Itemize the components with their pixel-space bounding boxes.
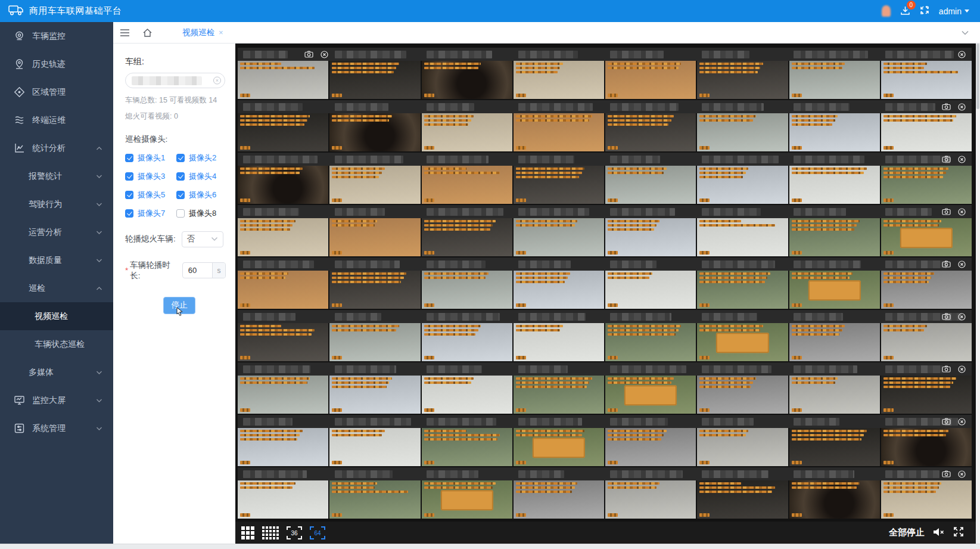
sidebar-item-1[interactable]: 车辆监控	[0, 22, 113, 50]
sidebar-item-3[interactable]: 区域管理	[0, 78, 113, 106]
video-cell-r9c8[interactable]	[881, 480, 972, 519]
video-cell-r6c5[interactable]	[605, 323, 696, 361]
scrollbar-thumb[interactable]	[976, 44, 979, 109]
stop-button[interactable]: 停止	[163, 297, 195, 314]
video-cell-r8c6[interactable]	[697, 428, 788, 466]
video-cell-r3c8[interactable]	[881, 166, 972, 204]
close-video-icon[interactable]	[958, 208, 966, 216]
video-cell-r7c2[interactable]	[329, 376, 420, 414]
close-video-icon[interactable]	[958, 260, 966, 268]
video-cell-r6c8[interactable]	[881, 323, 972, 361]
sidebar-item-10[interactable]: 巡检	[0, 274, 113, 302]
camera-checkbox-5[interactable]: 摄像头5	[125, 190, 176, 200]
snapshot-camera-icon[interactable]	[304, 51, 313, 58]
sidebar-item-13[interactable]: 多媒体	[0, 358, 113, 386]
layout-36-icon[interactable]: 36	[287, 526, 302, 540]
video-cell-r7c8[interactable]	[881, 376, 972, 414]
video-cell-r5c7[interactable]	[789, 271, 880, 309]
video-cell-r5c1[interactable]	[238, 271, 328, 309]
fullscreen-icon[interactable]	[920, 5, 929, 17]
video-cell-r9c1[interactable]	[238, 480, 328, 519]
video-cell-r5c6[interactable]	[697, 271, 788, 309]
video-cell-r1c1[interactable]	[238, 61, 328, 99]
video-cell-r5c8[interactable]	[881, 271, 972, 309]
video-cell-r1c8[interactable]	[881, 61, 972, 99]
video-cell-r6c6[interactable]	[697, 323, 788, 361]
sidebar-item-9[interactable]: 数据质量	[0, 246, 113, 274]
video-cell-r2c6[interactable]	[697, 113, 788, 151]
snapshot-camera-icon[interactable]	[942, 103, 951, 110]
video-cell-r3c1[interactable]	[238, 166, 328, 204]
video-cell-r2c5[interactable]	[605, 113, 696, 151]
tab-close-icon[interactable]: ×	[219, 28, 223, 37]
snapshot-camera-icon[interactable]	[942, 156, 951, 163]
video-cell-r8c2[interactable]	[329, 428, 420, 466]
sidebar-item-8[interactable]: 运营分析	[0, 218, 113, 246]
close-video-icon[interactable]	[958, 418, 966, 426]
camera-checkbox-8[interactable]: 摄像头8	[176, 208, 228, 219]
notification-bell-icon[interactable]	[882, 5, 891, 17]
video-cell-r8c1[interactable]	[238, 428, 328, 466]
vehicle-group-input[interactable]: ×	[125, 73, 225, 88]
sidebar-item-14[interactable]: 监控大屏	[0, 386, 113, 414]
video-cell-r3c6[interactable]	[697, 166, 788, 204]
video-cell-r9c4[interactable]	[514, 480, 604, 519]
video-cell-r7c1[interactable]	[238, 376, 328, 414]
video-cell-r8c7[interactable]	[789, 428, 880, 466]
video-cell-r7c7[interactable]	[789, 376, 880, 414]
video-cell-r3c4[interactable]	[514, 166, 604, 204]
video-cell-r6c2[interactable]	[329, 323, 420, 361]
sidebar-item-11[interactable]: 视频巡检	[0, 302, 113, 330]
sidebar-item-4[interactable]: 终端运维	[0, 106, 113, 134]
camera-checkbox-2[interactable]: 摄像头2	[176, 153, 228, 163]
video-cell-r1c7[interactable]	[789, 61, 880, 99]
snapshot-camera-icon[interactable]	[942, 470, 951, 477]
close-video-icon[interactable]	[321, 51, 328, 58]
expand-fullscreen-icon[interactable]	[953, 526, 964, 539]
video-cell-r4c2[interactable]	[329, 218, 420, 256]
snapshot-camera-icon[interactable]	[942, 313, 951, 320]
video-cell-r4c5[interactable]	[605, 218, 696, 256]
mute-icon[interactable]	[933, 527, 945, 539]
download-icon[interactable]: 0	[900, 5, 910, 17]
snapshot-camera-icon[interactable]	[942, 208, 951, 215]
layout-9-grid-icon[interactable]	[241, 526, 254, 539]
video-cell-r2c4[interactable]	[514, 113, 604, 151]
video-cell-r1c6[interactable]	[697, 61, 788, 99]
video-cell-r6c7[interactable]	[789, 323, 880, 361]
camera-checkbox-1[interactable]: 摄像头1	[125, 153, 176, 163]
video-cell-r2c1[interactable]	[238, 113, 328, 151]
close-video-icon[interactable]	[958, 365, 966, 373]
video-cell-r2c2[interactable]	[329, 113, 420, 151]
video-cell-r1c3[interactable]	[422, 61, 512, 99]
video-cell-r8c8[interactable]	[881, 428, 972, 466]
carousel-select[interactable]: 否	[182, 231, 223, 247]
video-cell-r2c3[interactable]	[422, 113, 512, 151]
video-cell-r3c2[interactable]	[329, 166, 420, 204]
video-cell-r7c4[interactable]	[514, 376, 604, 414]
video-cell-r8c5[interactable]	[605, 428, 696, 466]
vertical-scrollbar[interactable]	[976, 44, 980, 544]
sidebar-item-7[interactable]: 驾驶行为	[0, 190, 113, 218]
clear-input-icon[interactable]: ×	[213, 77, 221, 85]
horizontal-scrollbar-track[interactable]	[0, 544, 980, 549]
snapshot-camera-icon[interactable]	[942, 260, 951, 268]
close-video-icon[interactable]	[958, 156, 966, 163]
home-icon[interactable]	[136, 22, 158, 44]
video-cell-r7c6[interactable]	[697, 376, 788, 414]
camera-checkbox-7[interactable]: 摄像头7	[125, 208, 176, 219]
layout-64-icon[interactable]: 64	[310, 526, 325, 540]
sidebar-item-2[interactable]: 历史轨迹	[0, 50, 113, 78]
video-cell-r4c6[interactable]	[697, 218, 788, 256]
video-cell-r9c7[interactable]	[789, 480, 880, 519]
video-cell-r2c8[interactable]	[881, 113, 972, 151]
stop-all-button[interactable]: 全部停止	[889, 527, 925, 538]
video-cell-r1c5[interactable]	[605, 61, 696, 99]
user-menu[interactable]: admin	[939, 7, 969, 16]
video-cell-r4c3[interactable]	[422, 218, 512, 256]
video-cell-r6c1[interactable]	[238, 323, 328, 361]
close-video-icon[interactable]	[958, 51, 966, 58]
video-cell-r1c2[interactable]	[329, 61, 420, 99]
close-video-icon[interactable]	[958, 313, 966, 321]
collapse-menu-icon[interactable]	[113, 22, 136, 44]
